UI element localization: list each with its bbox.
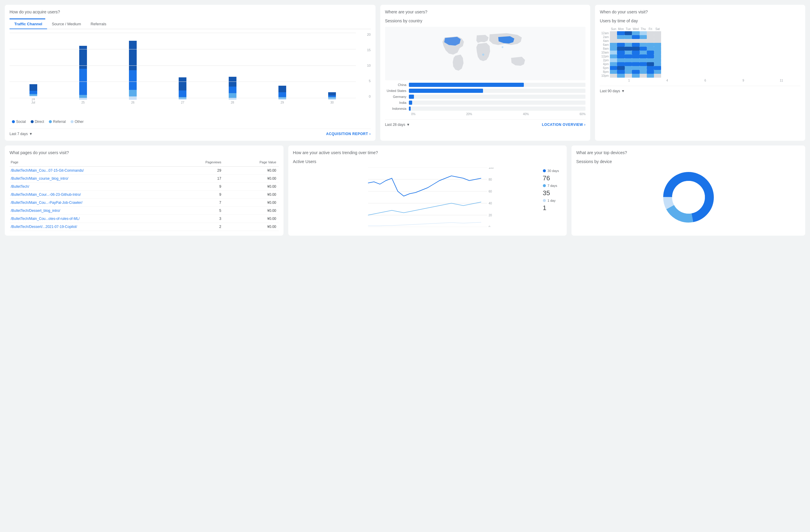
map-date-selector[interactable]: Last 28 days ▼	[385, 122, 410, 127]
table-row: /BulletTech/Main_Cou...otes-of-rules-of-…	[10, 215, 279, 223]
heatmap-cell	[625, 58, 632, 62]
chart-legend: Social Direct Referral Other	[10, 118, 371, 125]
y-label-5: 5	[359, 79, 371, 83]
day-sun: Sun	[610, 27, 617, 31]
day-fri: Fri	[647, 27, 654, 31]
acquisition-card: How do you acquire users? Traffic Channe…	[5, 5, 375, 141]
page-value-cell: ¥0.00	[224, 215, 279, 223]
legend-other-label: Other	[75, 120, 84, 124]
heatmap-cell	[640, 39, 647, 43]
acquisition-report-link[interactable]: ACQUISITION REPORT ›	[326, 132, 371, 136]
heatmap-cell	[654, 31, 661, 35]
heatmap-cell	[647, 62, 654, 66]
bar-label-30: 30	[330, 101, 334, 104]
time-card: When do your users visit? Users by time …	[595, 5, 805, 141]
heatmap-cell	[632, 62, 640, 66]
acquisition-tabs: Traffic Channel Source / Medium Referral…	[10, 19, 371, 29]
time-label-10am: 10am	[600, 51, 610, 54]
heatmap-cell	[625, 62, 632, 66]
tab-traffic-channel[interactable]: Traffic Channel	[10, 19, 47, 29]
table-row: /BulletTech/9¥0.00	[10, 183, 279, 191]
world-map	[385, 27, 586, 80]
time-date-selector[interactable]: Last 90 days ▼	[600, 89, 625, 93]
country-china: China	[385, 83, 409, 87]
heatmap-cell	[632, 51, 640, 54]
tab-source-medium[interactable]: Source / Medium	[47, 19, 86, 29]
page-link[interactable]: /BulletTech/Dessert_blog_intro/	[10, 207, 171, 215]
page-value-cell: ¥0.00	[224, 207, 279, 215]
hour-1: 1	[610, 79, 648, 82]
time-label-4pm: 4pm	[600, 62, 610, 66]
day-tue: Tue	[625, 27, 632, 31]
heatmap-cell	[654, 35, 661, 39]
active-users-card: How are your active users trending over …	[288, 146, 567, 236]
page-link[interactable]: /BulletTech/Main_course_blog_intro/	[10, 174, 171, 183]
page-link[interactable]: /BulletTech/Main_Cou...07-15-Git-Command…	[10, 167, 171, 174]
legend-referral-label: Referral	[53, 120, 66, 124]
heatmap-cell	[610, 66, 617, 70]
heatmap-cell	[640, 58, 647, 62]
country-germany: Germany	[385, 95, 409, 99]
heatmap-cell	[654, 54, 661, 58]
tab-referrals[interactable]: Referrals	[86, 19, 111, 29]
y-label-10: 10	[359, 64, 371, 67]
heatmap-cell	[610, 35, 617, 39]
day-sat: Sat	[654, 27, 661, 31]
heatmap-cell	[610, 43, 617, 47]
hour-axis: 1 4 6 9 11	[600, 79, 800, 82]
heatmap-cell	[632, 74, 640, 78]
heatmap-cell	[647, 58, 654, 62]
heatmap-cell	[610, 62, 617, 66]
heatmap-cell	[647, 43, 654, 47]
heatmap-cell	[647, 74, 654, 78]
legend-7days: 7 days	[543, 184, 559, 187]
heatmap-cell	[625, 47, 632, 51]
page-link[interactable]: /BulletTech/Main_Cou...-PayPal-Job-Crawl…	[10, 199, 171, 207]
country-us: United States	[385, 89, 409, 93]
chevron-right-icon: ›	[369, 132, 371, 136]
acquire-date-selector[interactable]: Last 7 days ▼	[10, 132, 32, 136]
bar-label-28: 28	[231, 101, 234, 104]
page-link[interactable]: /BulletTech/	[10, 183, 171, 191]
table-row: /BulletTech/Main_course_blog_intro/17¥0.…	[10, 174, 279, 183]
heatmap-cell	[617, 74, 625, 78]
heatmap: Sun Mon Tue Wed Thu Fri Sat 12am2am4am6a…	[600, 27, 800, 78]
country-row-china: China	[385, 83, 586, 87]
page-link[interactable]: /BulletTech/Dessert/...2021-07-19-Copilo…	[10, 223, 171, 231]
heatmap-cell	[610, 58, 617, 62]
heatmap-cell	[617, 54, 625, 58]
heatmap-cell	[625, 39, 632, 43]
heatmap-cell	[610, 47, 617, 51]
heatmap-cell	[632, 35, 640, 39]
page-link[interactable]: /BulletTech/Main_Cou...otes-of-rules-of-…	[10, 215, 171, 223]
acquisition-footer: Last 7 days ▼ ACQUISITION REPORT ›	[10, 129, 371, 136]
page-value-cell: ¥0.00	[224, 199, 279, 207]
heatmap-cell	[625, 31, 632, 35]
pages-question: What pages do your users visit?	[10, 150, 279, 155]
heatmap-cell	[640, 31, 647, 35]
legend-30days: 30 days	[543, 169, 559, 172]
time-label-2pm: 2pm	[600, 58, 610, 62]
page-link[interactable]: /BulletTech/Main_Cour...-06-23-Github-In…	[10, 191, 171, 199]
heatmap-cell	[610, 39, 617, 43]
svg-text:60: 60	[488, 190, 492, 193]
heatmap-cell	[654, 58, 661, 62]
heatmap-cell	[617, 31, 625, 35]
pageviews-cell: 3	[171, 215, 224, 223]
heatmap-cell	[625, 70, 632, 74]
heatmap-cell	[610, 74, 617, 78]
heatmap-cell	[617, 51, 625, 54]
heatmap-cell	[617, 66, 625, 70]
country-row-india: India	[385, 101, 586, 105]
heatmap-cell	[654, 47, 661, 51]
heatmap-cell	[654, 74, 661, 78]
heatmap-cell	[640, 51, 647, 54]
bar-label-25: 25	[81, 101, 84, 104]
page-value-cell: ¥0.00	[224, 183, 279, 191]
location-overview-link[interactable]: LOCATION OVERVIEW ›	[542, 122, 586, 127]
active-users-chart-container: 100 80 60 40 20 0 30	[293, 167, 562, 228]
active-users-legend: 30 days 76 7 days 35 1 day 1	[543, 169, 559, 211]
heatmap-cell	[610, 70, 617, 74]
col-pageviews: Pageviews	[171, 159, 224, 167]
legend-social: Social	[12, 120, 26, 124]
